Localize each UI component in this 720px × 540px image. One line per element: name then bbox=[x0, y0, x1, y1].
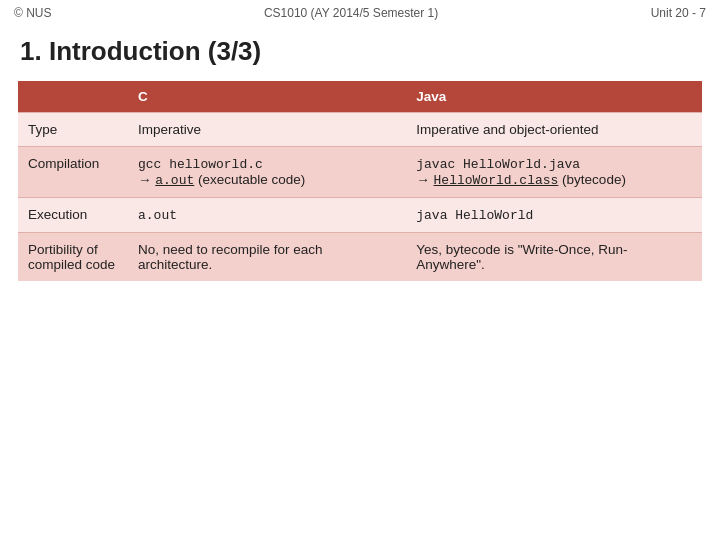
comparison-table: C Java Type Imperative Imperative and ob… bbox=[18, 81, 702, 281]
java-compile-cmd: javac HelloWorld.java bbox=[416, 157, 580, 172]
table-row: Type Imperative Imperative and object-or… bbox=[18, 113, 702, 147]
row-label-compilation: Compilation bbox=[18, 147, 128, 198]
header-left: © NUS bbox=[14, 6, 52, 20]
java-compile-suffix: (bytecode) bbox=[558, 172, 626, 187]
table-row: Compilation gcc helloworld.c → a.out (ex… bbox=[18, 147, 702, 198]
c-compile-arrow: → bbox=[138, 172, 155, 187]
row-java-type: Imperative and object-oriented bbox=[406, 113, 702, 147]
header: © NUS CS1010 (AY 2014/5 Semester 1) Unit… bbox=[0, 0, 720, 26]
row-label-execution: Execution bbox=[18, 198, 128, 233]
header-right: Unit 20 - 7 bbox=[651, 6, 706, 20]
row-java-execution: java HelloWorld bbox=[406, 198, 702, 233]
c-compile-suffix: (executable code) bbox=[194, 172, 305, 187]
col-header-c: C bbox=[128, 81, 406, 113]
c-exec-cmd: a.out bbox=[138, 208, 177, 223]
page-title: 1. Introduction (3/3) bbox=[0, 26, 720, 81]
table-row: Execution a.out java HelloWorld bbox=[18, 198, 702, 233]
row-c-portibility: No, need to recompile for each architect… bbox=[128, 233, 406, 282]
row-c-execution: a.out bbox=[128, 198, 406, 233]
table-header-row: C Java bbox=[18, 81, 702, 113]
row-label-type: Type bbox=[18, 113, 128, 147]
c-compile-cmd: gcc helloworld.c bbox=[138, 157, 263, 172]
c-compile-output: a.out bbox=[155, 173, 194, 188]
row-c-type: Imperative bbox=[128, 113, 406, 147]
row-java-portibility: Yes, bytecode is "Write-Once, Run-Anywhe… bbox=[406, 233, 702, 282]
java-exec-cmd: java HelloWorld bbox=[416, 208, 533, 223]
row-label-portibility: Portibility of compiled code bbox=[18, 233, 128, 282]
col-header-empty bbox=[18, 81, 128, 113]
java-compile-output: HelloWorld.class bbox=[434, 173, 559, 188]
java-compile-arrow: → bbox=[416, 172, 433, 187]
row-java-compilation: javac HelloWorld.java → HelloWorld.class… bbox=[406, 147, 702, 198]
col-header-java: Java bbox=[406, 81, 702, 113]
table-row: Portibility of compiled code No, need to… bbox=[18, 233, 702, 282]
header-center: CS1010 (AY 2014/5 Semester 1) bbox=[264, 6, 438, 20]
table-wrapper: C Java Type Imperative Imperative and ob… bbox=[0, 81, 720, 281]
row-c-compilation: gcc helloworld.c → a.out (executable cod… bbox=[128, 147, 406, 198]
